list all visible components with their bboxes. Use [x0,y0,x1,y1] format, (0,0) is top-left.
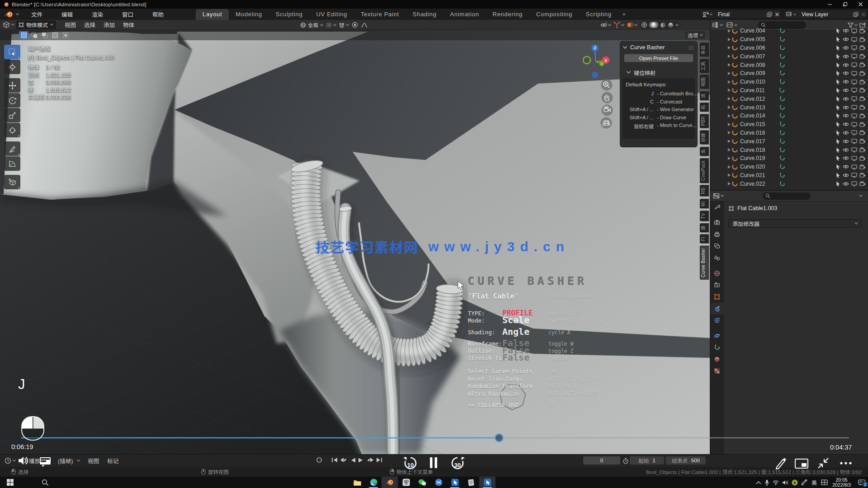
tool-annotate[interactable] [4,141,20,156]
outliner-item-name[interactable]: Curve.013 [740,104,765,111]
hide-viewport-eye-icon[interactable] [843,71,849,75]
tray-keyboard-icon[interactable] [821,479,828,485]
disable-viewport-icon[interactable] [851,88,857,93]
jump-to-start-button[interactable] [331,457,338,463]
sidebar-tab-6[interactable]: 创建 [700,131,709,145]
disable-viewport-icon[interactable] [851,80,857,84]
blender-logo-icon[interactable] [5,11,13,18]
tool-select-box[interactable] [4,45,20,59]
disable-render-camera-icon[interactable] [859,96,865,101]
outliner-item-name[interactable]: Curve.022 [740,181,765,187]
hide-viewport-eye-icon[interactable] [843,46,849,50]
outliner-row[interactable]: Curve.019 [710,154,868,163]
outliner-item-name[interactable]: Curve.020 [740,164,765,170]
sidebar-tab-7[interactable]: 虫 [700,147,709,156]
topbar-menu-4[interactable]: 帮助 [143,10,173,19]
orientation-dropdown[interactable]: 全局 [300,21,323,28]
selectable-toggle-icon[interactable] [836,70,840,76]
expand-triangle-icon[interactable] [727,88,732,92]
disable-render-camera-icon[interactable] [859,54,865,59]
timeline-menu-0[interactable]: 视图 [84,456,103,465]
viewport-menu-1[interactable]: 选择 [80,20,99,29]
topbar-menu-1[interactable]: 编辑 [52,10,82,19]
previous-keyframe-button[interactable] [340,457,346,463]
outliner-item-name[interactable]: Curve.006 [740,45,765,51]
material-shading-icon[interactable] [660,22,666,28]
scene-selector[interactable]: Final [700,9,781,19]
outliner-row[interactable]: Curve.018 [710,145,868,154]
outliner-item-name[interactable]: Curve.021 [740,172,765,178]
disable-viewport-icon[interactable] [851,96,857,101]
sidebar-tab-3[interactable]: 流 [700,91,709,100]
taskbar-app-blue-sphere[interactable] [430,477,447,488]
outliner-row[interactable]: Curve.010 [710,78,868,86]
outliner-row[interactable]: Curve.022 [710,179,868,188]
properties-tab-render[interactable] [710,217,724,229]
disable-viewport-icon[interactable] [851,28,857,33]
tool-measure[interactable] [4,156,20,171]
disable-render-camera-icon[interactable] [859,45,865,50]
remove-view-layer-button[interactable] [859,10,867,19]
wireframe-shading-icon[interactable] [641,22,647,28]
delete-scene-button[interactable] [773,10,781,19]
workspace-tab-modeling[interactable]: Modeling [229,9,269,20]
disable-render-camera-icon[interactable] [859,71,865,76]
outliner-item-name[interactable]: Curve.009 [740,70,765,76]
tool-scale[interactable] [4,108,20,122]
disable-viewport-icon[interactable] [851,45,857,50]
sidebar-tab-13[interactable]: FI [700,235,709,244]
expand-triangle-icon[interactable] [727,114,732,118]
properties-tab-output[interactable] [710,229,724,240]
chevron-down-icon[interactable] [721,195,724,197]
hide-viewport-eye-icon[interactable] [843,148,849,152]
minimize-button[interactable] [822,0,837,9]
disable-render-camera-icon[interactable] [859,173,865,178]
outliner-item-name[interactable]: Curve.008 [740,62,765,68]
mode-dropdown[interactable]: 物体模式 [16,21,56,29]
chevron-down-icon[interactable] [854,24,858,26]
hide-viewport-eye-icon[interactable] [843,63,849,67]
panel-grip-icon[interactable] [688,46,694,50]
taskbar-file-explorer[interactable] [349,477,365,488]
sidebar-tab-10[interactable]: Mi [700,199,709,208]
selectable-toggle-icon[interactable] [836,130,840,136]
falloff-curve-icon[interactable] [361,22,368,28]
play-reverse-button[interactable] [350,457,356,463]
timeline-menu-1[interactable]: 标记 [103,456,123,465]
outliner-row[interactable]: Curve.016 [710,129,868,137]
outliner-item-name[interactable]: Curve.015 [740,121,765,127]
viewport-menu-0[interactable]: 视图 [61,20,80,29]
chevron-down-icon[interactable] [734,24,737,26]
sidebar-tab-0[interactable]: 条目 [700,43,709,57]
properties-tab-object[interactable] [710,291,724,303]
expand-triangle-icon[interactable] [727,54,732,58]
hide-viewport-eye-icon[interactable] [843,105,849,110]
tray-app-green-icon[interactable] [792,479,798,486]
hide-viewport-eye-icon[interactable] [843,131,849,135]
tray-expand-icon[interactable] [756,481,761,484]
player-shrink-button[interactable] [816,456,830,470]
panel-collapse-chevron-icon[interactable] [623,46,627,49]
outliner-item-name[interactable]: Curve.005 [740,36,765,42]
disable-viewport-icon[interactable] [851,156,857,161]
editor-type-icon[interactable] [3,22,10,28]
panel-header[interactable]: Curve Basher [620,42,697,53]
add-workspace-button[interactable]: + [618,9,630,20]
sidebar-tab-12[interactable]: 建 [700,223,709,232]
seekbar-knob[interactable] [495,434,503,442]
disable-viewport-icon[interactable] [851,62,857,67]
outliner-item-name[interactable]: Curve.004 [740,28,765,34]
rendered-shading-icon[interactable] [668,22,674,28]
keymap-subpanel-header[interactable]: 键位映射 [620,68,697,77]
player-pip-button[interactable] [794,458,809,469]
expand-triangle-icon[interactable] [727,80,732,84]
disable-render-camera-icon[interactable] [859,130,865,135]
selectable-toggle-icon[interactable] [836,181,840,187]
selectable-toggle-icon[interactable] [836,96,840,102]
new-collection-icon[interactable] [859,22,866,28]
properties-search-field[interactable] [763,192,811,200]
player-forward-button[interactable]: 30 [448,455,467,472]
hide-viewport-eye-icon[interactable] [843,97,849,101]
properties-tab-modifiers[interactable] [710,303,724,314]
outliner-row[interactable]: Curve.012 [710,94,868,103]
